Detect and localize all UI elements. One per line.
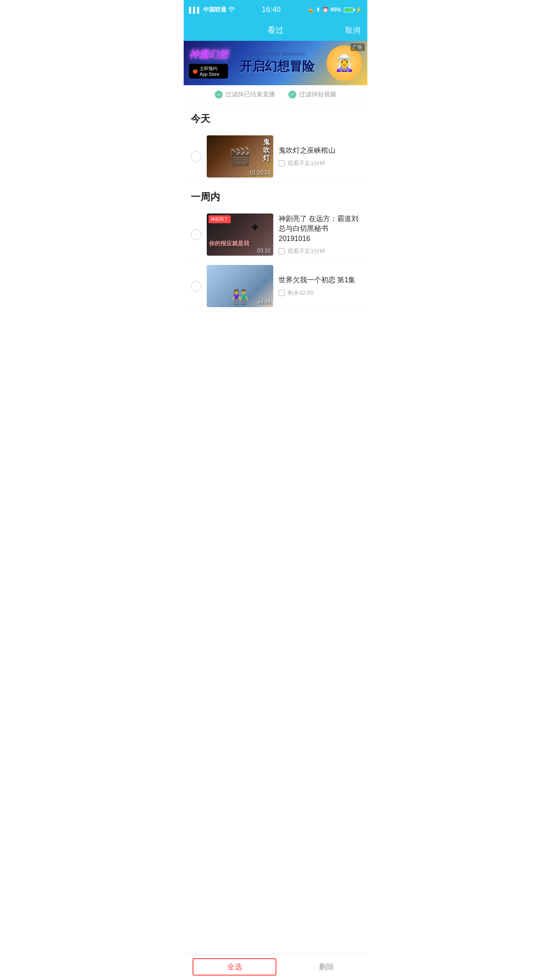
radio-button-1[interactable]: [191, 151, 201, 162]
lock-icon: 🔒: [307, 7, 314, 13]
thumb-duration-3: 44:44: [257, 299, 271, 305]
filter-live-item[interactable]: ✓ 过滤掉已结束直播: [215, 91, 275, 99]
status-time: 16:40: [262, 5, 281, 14]
wifi-icon: [228, 7, 235, 13]
apple-icon: 🍎: [193, 69, 198, 74]
location-icon: ⬆: [316, 7, 320, 13]
section-week-title: 一周内: [184, 182, 367, 209]
thumbnail-2[interactable]: 神剧亮了 你的报应就是我 ✦ 03:10: [207, 213, 273, 256]
carrier-label: 中国联通: [203, 6, 226, 14]
video-info-1: 鬼吹灯之巫峡棺山 观看不足1分钟: [279, 146, 360, 167]
video-title-3: 世界欠我一个初恋 第1集: [279, 275, 360, 285]
thumb-sub-text-2: 你的报应就是我: [209, 240, 271, 248]
status-right: 🔒 ⬆ ⏰ 95% ⚡: [307, 7, 362, 13]
ad-appstore-button[interactable]: 🍎 立即预约 App Store: [189, 64, 228, 79]
thumbnail-1[interactable]: 鬼吹灯 🎬 01:20:24: [207, 135, 273, 178]
thumb-duration-1: 01:20:24: [250, 170, 271, 176]
status-left: ▌▌▌ 中国联通: [189, 6, 235, 14]
battery-icon: [344, 8, 354, 12]
radio-button-3[interactable]: [191, 281, 201, 292]
filter-live-check: ✓: [215, 91, 223, 99]
video-item-2: 神剧亮了 你的报应就是我 ✦ 03:10 神剧亮了 在远方：霸道刘总与白切黑秘书…: [184, 209, 367, 261]
filter-short-label: 过滤掉短视频: [299, 91, 336, 99]
ad-banner[interactable]: 广告 神魔幻想 🍎 立即预约 App Store Start fantasy a…: [184, 41, 367, 85]
signal-icon: ▌▌▌: [189, 7, 201, 13]
video-meta-1: 观看不足1分钟: [279, 159, 360, 167]
nav-bar: 看过 取消: [184, 20, 367, 41]
thumb-duration-2: 03:10: [257, 248, 271, 254]
phone-icon-1: [279, 160, 285, 166]
thumb-effect-2: ✦: [250, 220, 260, 235]
thumb-badge-2: 神剧亮了: [209, 215, 231, 223]
filter-short-item[interactable]: ✓ 过滤掉短视频: [288, 91, 336, 99]
status-bar: ▌▌▌ 中国联通 16:40 🔒 ⬆ ⏰ 95% ⚡: [184, 0, 367, 20]
nav-title: 看过: [268, 25, 283, 36]
filter-live-label: 过滤掉已结束直播: [225, 91, 275, 99]
ad-main-text: 开启幻想冒险: [232, 58, 323, 75]
video-item-1: 鬼吹灯 🎬 01:20:24 鬼吹灯之巫峡棺山 观看不足1分钟: [184, 131, 367, 182]
video-info-3: 世界欠我一个初恋 第1集 剩余42:00: [279, 275, 360, 296]
section-today: 今天 鬼吹灯 🎬 01:20:24 鬼吹灯之巫峡棺山 观看不足1分钟: [184, 104, 367, 182]
ad-label: 广告: [350, 43, 365, 51]
battery-percent: 95%: [331, 7, 341, 13]
ad-logo-area: 神魔幻想 🍎 立即预约 App Store: [189, 48, 228, 79]
filter-short-check: ✓: [288, 91, 296, 99]
ad-content: 神魔幻想 🍎 立即预约 App Store Start fantasy adve…: [184, 42, 367, 84]
video-title-2: 神剧亮了 在远方：霸道刘总与白切黑秘书 20191016: [279, 214, 360, 244]
video-watch-time-1: 观看不足1分钟: [287, 159, 325, 167]
ad-main-area: Start fantasy adventure 开启幻想冒险: [228, 51, 327, 75]
ad-logo-text: 神魔幻想: [189, 48, 228, 61]
video-title-1: 鬼吹灯之巫峡棺山: [279, 146, 360, 155]
thumbnail-3[interactable]: 👫 44:44: [207, 265, 273, 307]
video-item-3: 👫 44:44 世界欠我一个初恋 第1集 剩余42:00: [184, 261, 367, 312]
radio-button-2[interactable]: [191, 229, 201, 240]
section-week: 一周内 神剧亮了 你的报应就是我 ✦ 03:10 神剧亮了 在远方：霸道刘总与白…: [184, 182, 367, 312]
cancel-button[interactable]: 取消: [345, 25, 360, 36]
video-remaining-3: 剩余42:00: [287, 289, 314, 297]
ad-appstore-label: 立即预约 App Store: [200, 66, 219, 77]
charging-icon: ⚡: [355, 7, 362, 13]
video-meta-3: 剩余42:00: [279, 289, 360, 297]
section-today-title: 今天: [184, 104, 367, 131]
video-watch-time-2: 观看不足1分钟: [287, 247, 325, 255]
phone-icon-3: [279, 290, 285, 296]
video-meta-2: 观看不足1分钟: [279, 247, 360, 255]
phone-icon-2: [279, 248, 285, 254]
filter-row: ✓ 过滤掉已结束直播 ✓ 过滤掉短视频: [184, 85, 367, 104]
video-info-2: 神剧亮了 在远方：霸道刘总与白切黑秘书 20191016 观看不足1分钟: [279, 214, 360, 255]
ad-subtitle: Start fantasy adventure: [228, 51, 327, 56]
alarm-icon: ⏰: [322, 7, 329, 13]
